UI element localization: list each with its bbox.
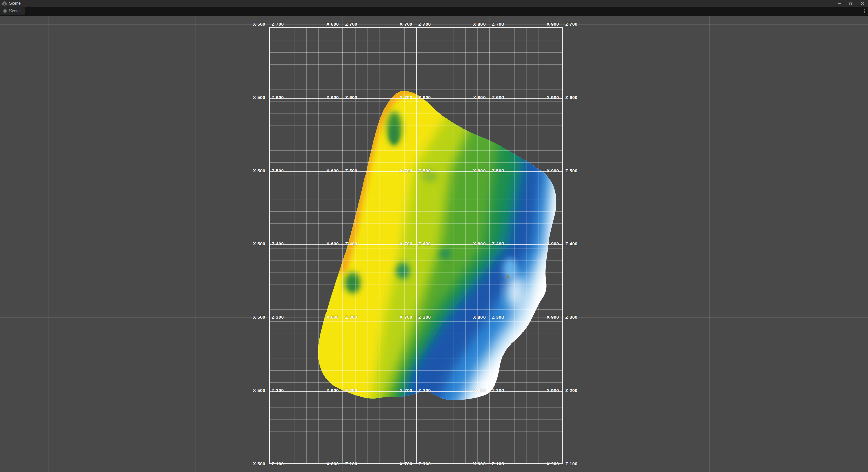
grid-label-z: Z 100 <box>418 461 452 467</box>
grid-label-z: Z 500 <box>418 168 452 174</box>
grid-label-z: Z 600 <box>418 95 452 101</box>
grid-label-x: X 800 <box>452 168 486 174</box>
grid-label-z: Z 400 <box>418 241 452 247</box>
grid-label-x: X 500 <box>232 168 265 174</box>
restore-icon <box>849 2 853 5</box>
grid-label-x: X 600 <box>305 314 339 320</box>
grid-label-z: Z 600 <box>565 95 599 101</box>
grid-label-x: X 900 <box>525 461 559 467</box>
depression <box>344 272 361 294</box>
grid-labels: X 500Z 700X 600Z 700X 700Z 700X 800Z 700… <box>0 16 868 472</box>
depression-core <box>390 125 398 144</box>
tab-bar: Scene ⋮ <box>0 7 868 16</box>
grid-label-z: Z 400 <box>345 241 379 247</box>
window-controls <box>833 0 868 7</box>
grid-label-z: Z 100 <box>492 461 526 467</box>
grid-label-z: Z 500 <box>565 168 599 174</box>
ridge-orange-top <box>402 92 423 97</box>
minimize-icon <box>837 2 841 5</box>
window-title: Scene <box>9 1 21 6</box>
grid-label-z: Z 100 <box>345 461 379 467</box>
grid-label-z: Z 700 <box>272 21 305 27</box>
pocket-light-blue <box>503 258 518 279</box>
tab-label: Scene <box>9 8 21 13</box>
depression <box>422 170 438 182</box>
grid-label-z: Z 700 <box>565 21 599 27</box>
grid-label-x: X 700 <box>378 314 412 320</box>
tab-scene[interactable]: Scene <box>0 7 25 15</box>
grid-label-x: X 900 <box>525 21 559 27</box>
grid-label-x: X 600 <box>305 168 339 174</box>
grid-label-x: X 900 <box>525 388 559 394</box>
grid-label-x: X 900 <box>525 168 559 174</box>
maximize-button[interactable] <box>845 0 856 7</box>
grid-label-x: X 500 <box>232 461 265 467</box>
depression-core <box>349 279 357 290</box>
grid-label-x: X 900 <box>525 314 559 320</box>
close-button[interactable] <box>856 0 868 7</box>
band-pale-blue <box>220 20 556 420</box>
band-green <box>220 20 502 407</box>
grid-label-x: X 500 <box>232 21 265 27</box>
grid-label-z: Z 400 <box>272 241 305 247</box>
grid-label-z: Z 500 <box>492 168 526 174</box>
grid-label-x: X 700 <box>378 461 412 467</box>
band-blue <box>220 20 550 407</box>
grid-label-z: Z 300 <box>345 314 379 320</box>
grid-label-x: X 700 <box>378 241 412 247</box>
grid-label-x: X 600 <box>305 388 339 394</box>
band-dark-blue <box>220 20 541 409</box>
grid-label-z: Z 200 <box>492 388 526 394</box>
terrain-heightmap <box>0 16 868 472</box>
scene-viewport[interactable]: X 500Z 700X 600Z 700X 700Z 700X 800Z 700… <box>0 16 868 472</box>
grid-label-x: X 900 <box>525 95 559 101</box>
window-titlebar: Scene <box>0 0 868 7</box>
tab-overflow-icon[interactable]: ⋮ <box>862 8 867 15</box>
minimize-button[interactable] <box>833 0 845 7</box>
grid-label-z: Z 300 <box>418 314 452 320</box>
grid-label-x: X 700 <box>378 95 412 101</box>
grid-label-z: Z 100 <box>272 461 305 467</box>
grid-label-z: Z 600 <box>345 95 379 101</box>
grid-label-x: X 700 <box>378 168 412 174</box>
app-icon <box>2 1 7 6</box>
grid-label-x: X 800 <box>452 461 486 467</box>
grid-label-x: X 600 <box>305 95 339 101</box>
grid-label-x: X 500 <box>232 241 265 247</box>
grid-label-z: Z 500 <box>272 168 305 174</box>
grid-label-x: X 800 <box>452 21 486 27</box>
grid-icon <box>3 9 7 13</box>
grid-label-x: X 500 <box>232 314 265 320</box>
grid-label-z: Z 300 <box>492 314 526 320</box>
grid-label-x: X 800 <box>452 95 486 101</box>
grid-label-z: Z 700 <box>345 21 379 27</box>
grid-label-z: Z 400 <box>565 241 599 247</box>
depression <box>439 249 451 259</box>
grid-label-z: Z 400 <box>492 241 526 247</box>
grid-label-z: Z 100 <box>565 461 599 467</box>
grid-label-z: Z 200 <box>345 388 379 394</box>
band-teal <box>220 20 524 409</box>
grid-label-z: Z 200 <box>418 388 452 394</box>
band-dark-green <box>220 20 515 409</box>
band-yellow-green <box>220 20 481 407</box>
grid-label-z: Z 700 <box>418 21 452 27</box>
grid-label-x: X 800 <box>452 241 486 247</box>
band-yellow <box>220 20 459 407</box>
grid-label-z: Z 700 <box>492 21 526 27</box>
grid-label-z: Z 500 <box>345 168 379 174</box>
measurement-grid <box>269 27 563 464</box>
depression <box>387 111 402 145</box>
grid-label-z: Z 600 <box>492 95 526 101</box>
pocket-pale <box>507 276 526 309</box>
grid-label-z: Z 600 <box>272 95 305 101</box>
grid-label-x: X 600 <box>305 21 339 27</box>
grid-label-x: X 600 <box>305 241 339 247</box>
band-white <box>298 78 583 420</box>
grid-label-x: X 900 <box>525 241 559 247</box>
grid-label-x: X 500 <box>232 95 265 101</box>
grid-label-z: Z 200 <box>565 388 599 394</box>
grid-label-x: X 800 <box>452 388 486 394</box>
tiny-marker <box>507 275 509 278</box>
grid-label-z: Z 200 <box>272 388 305 394</box>
